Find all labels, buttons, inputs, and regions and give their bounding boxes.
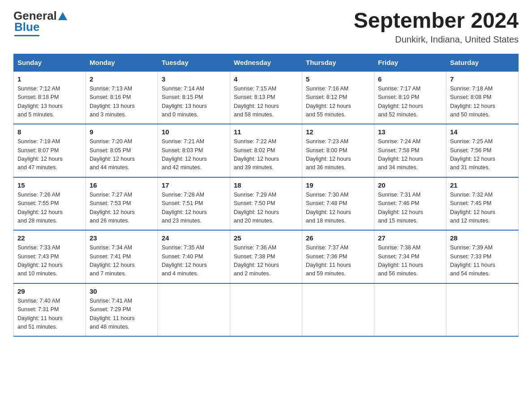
calendar-day-cell: 6Sunrise: 7:17 AM Sunset: 8:10 PM Daylig… [374, 71, 446, 124]
day-number: 5 [306, 75, 370, 83]
day-number: 30 [90, 287, 154, 295]
calendar-day-cell: 1Sunrise: 7:12 AM Sunset: 8:18 PM Daylig… [14, 71, 86, 124]
day-info: Sunrise: 7:25 AM Sunset: 7:56 PM Dayligh… [450, 137, 515, 172]
day-info: Sunrise: 7:19 AM Sunset: 8:07 PM Dayligh… [17, 137, 82, 172]
day-number: 1 [17, 75, 82, 83]
day-info: Sunrise: 7:29 AM Sunset: 7:50 PM Dayligh… [234, 191, 298, 226]
logo: General Blue [13, 9, 68, 36]
calendar-week-row: 1Sunrise: 7:12 AM Sunset: 8:18 PM Daylig… [14, 71, 519, 124]
day-number: 24 [162, 234, 226, 242]
calendar-day-cell: 13Sunrise: 7:24 AM Sunset: 7:58 PM Dayli… [374, 124, 446, 177]
day-number: 14 [450, 128, 515, 136]
day-number: 20 [378, 181, 442, 189]
calendar-day-cell: 23Sunrise: 7:34 AM Sunset: 7:41 PM Dayli… [86, 230, 158, 283]
day-number: 12 [306, 128, 370, 136]
calendar-day-cell: 10Sunrise: 7:21 AM Sunset: 8:03 PM Dayli… [158, 124, 230, 177]
calendar-empty-cell [302, 283, 374, 337]
day-number: 2 [90, 75, 154, 83]
calendar-day-cell: 30Sunrise: 7:41 AM Sunset: 7:29 PM Dayli… [86, 283, 158, 337]
calendar-day-cell: 14Sunrise: 7:25 AM Sunset: 7:56 PM Dayli… [446, 124, 519, 177]
calendar-day-cell: 20Sunrise: 7:31 AM Sunset: 7:46 PM Dayli… [374, 177, 446, 231]
calendar-empty-cell [230, 283, 302, 337]
svg-marker-0 [58, 12, 67, 20]
header-friday: Friday [374, 54, 446, 71]
day-info: Sunrise: 7:18 AM Sunset: 8:08 PM Dayligh… [450, 85, 515, 120]
day-info: Sunrise: 7:26 AM Sunset: 7:55 PM Dayligh… [17, 191, 82, 226]
day-info: Sunrise: 7:21 AM Sunset: 8:03 PM Dayligh… [162, 137, 226, 172]
day-info: Sunrise: 7:40 AM Sunset: 7:31 PM Dayligh… [17, 297, 82, 332]
day-info: Sunrise: 7:38 AM Sunset: 7:34 PM Dayligh… [378, 244, 442, 278]
day-number: 7 [450, 75, 515, 83]
day-info: Sunrise: 7:33 AM Sunset: 7:43 PM Dayligh… [17, 244, 82, 278]
day-number: 13 [378, 128, 442, 136]
day-info: Sunrise: 7:35 AM Sunset: 7:40 PM Dayligh… [162, 244, 226, 278]
logo-triangle-icon [58, 11, 68, 21]
day-number: 4 [234, 75, 298, 83]
day-number: 18 [234, 181, 298, 189]
calendar-title: September 2024 [354, 9, 519, 33]
calendar-day-cell: 4Sunrise: 7:15 AM Sunset: 8:13 PM Daylig… [230, 71, 302, 124]
day-number: 8 [17, 128, 82, 136]
calendar-header-row: SundayMondayTuesdayWednesdayThursdayFrid… [14, 54, 519, 71]
calendar-day-cell: 2Sunrise: 7:13 AM Sunset: 8:16 PM Daylig… [86, 71, 158, 124]
calendar-day-cell: 3Sunrise: 7:14 AM Sunset: 8:15 PM Daylig… [158, 71, 230, 124]
day-info: Sunrise: 7:13 AM Sunset: 8:16 PM Dayligh… [90, 85, 154, 120]
day-number: 6 [378, 75, 442, 83]
calendar-day-cell: 9Sunrise: 7:20 AM Sunset: 8:05 PM Daylig… [86, 124, 158, 177]
day-number: 10 [162, 128, 226, 136]
calendar-day-cell: 28Sunrise: 7:39 AM Sunset: 7:33 PM Dayli… [446, 230, 519, 283]
day-info: Sunrise: 7:15 AM Sunset: 8:13 PM Dayligh… [234, 85, 298, 120]
calendar-day-cell: 18Sunrise: 7:29 AM Sunset: 7:50 PM Dayli… [230, 177, 302, 231]
day-info: Sunrise: 7:27 AM Sunset: 7:53 PM Dayligh… [90, 191, 154, 226]
calendar-day-cell: 29Sunrise: 7:40 AM Sunset: 7:31 PM Dayli… [14, 283, 86, 337]
header-monday: Monday [86, 54, 158, 71]
day-number: 15 [17, 181, 82, 189]
day-info: Sunrise: 7:41 AM Sunset: 7:29 PM Dayligh… [90, 297, 154, 332]
calendar-week-row: 8Sunrise: 7:19 AM Sunset: 8:07 PM Daylig… [14, 124, 519, 177]
day-number: 25 [234, 234, 298, 242]
calendar-subtitle: Dunkirk, Indiana, United States [354, 34, 519, 45]
calendar-day-cell: 24Sunrise: 7:35 AM Sunset: 7:40 PM Dayli… [158, 230, 230, 283]
calendar-week-row: 22Sunrise: 7:33 AM Sunset: 7:43 PM Dayli… [14, 230, 519, 283]
calendar-empty-cell [446, 283, 519, 337]
day-number: 22 [17, 234, 82, 242]
day-number: 11 [234, 128, 298, 136]
day-info: Sunrise: 7:17 AM Sunset: 8:10 PM Dayligh… [378, 85, 442, 120]
day-number: 21 [450, 181, 515, 189]
header-saturday: Saturday [446, 54, 519, 71]
day-info: Sunrise: 7:23 AM Sunset: 8:00 PM Dayligh… [306, 137, 370, 172]
day-info: Sunrise: 7:12 AM Sunset: 8:18 PM Dayligh… [17, 85, 82, 120]
calendar-day-cell: 15Sunrise: 7:26 AM Sunset: 7:55 PM Dayli… [14, 177, 86, 231]
day-number: 27 [378, 234, 442, 242]
day-info: Sunrise: 7:20 AM Sunset: 8:05 PM Dayligh… [90, 137, 154, 172]
calendar-title-area: September 2024 Dunkirk, Indiana, United … [354, 9, 519, 45]
header-thursday: Thursday [302, 54, 374, 71]
calendar-empty-cell [374, 283, 446, 337]
calendar-day-cell: 7Sunrise: 7:18 AM Sunset: 8:08 PM Daylig… [446, 71, 519, 124]
day-number: 23 [90, 234, 154, 242]
header-tuesday: Tuesday [158, 54, 230, 71]
calendar-day-cell: 27Sunrise: 7:38 AM Sunset: 7:34 PM Dayli… [374, 230, 446, 283]
calendar-day-cell: 16Sunrise: 7:27 AM Sunset: 7:53 PM Dayli… [86, 177, 158, 231]
calendar-day-cell: 19Sunrise: 7:30 AM Sunset: 7:48 PM Dayli… [302, 177, 374, 231]
calendar-day-cell: 25Sunrise: 7:36 AM Sunset: 7:38 PM Dayli… [230, 230, 302, 283]
day-info: Sunrise: 7:22 AM Sunset: 8:02 PM Dayligh… [234, 137, 298, 172]
day-info: Sunrise: 7:39 AM Sunset: 7:33 PM Dayligh… [450, 244, 515, 278]
day-info: Sunrise: 7:24 AM Sunset: 7:58 PM Dayligh… [378, 137, 442, 172]
day-info: Sunrise: 7:32 AM Sunset: 7:45 PM Dayligh… [450, 191, 515, 226]
day-info: Sunrise: 7:14 AM Sunset: 8:15 PM Dayligh… [162, 85, 226, 120]
day-number: 3 [162, 75, 226, 83]
day-info: Sunrise: 7:36 AM Sunset: 7:38 PM Dayligh… [234, 244, 298, 278]
day-info: Sunrise: 7:28 AM Sunset: 7:51 PM Dayligh… [162, 191, 226, 226]
calendar-empty-cell [158, 283, 230, 337]
day-info: Sunrise: 7:30 AM Sunset: 7:48 PM Dayligh… [306, 191, 370, 226]
calendar-day-cell: 17Sunrise: 7:28 AM Sunset: 7:51 PM Dayli… [158, 177, 230, 231]
calendar-day-cell: 22Sunrise: 7:33 AM Sunset: 7:43 PM Dayli… [14, 230, 86, 283]
day-info: Sunrise: 7:31 AM Sunset: 7:46 PM Dayligh… [378, 191, 442, 226]
calendar-day-cell: 5Sunrise: 7:16 AM Sunset: 8:12 PM Daylig… [302, 71, 374, 124]
calendar-day-cell: 11Sunrise: 7:22 AM Sunset: 8:02 PM Dayli… [230, 124, 302, 177]
day-number: 19 [306, 181, 370, 189]
day-info: Sunrise: 7:16 AM Sunset: 8:12 PM Dayligh… [306, 85, 370, 120]
day-number: 16 [90, 181, 154, 189]
page-header: General Blue September 2024 Dunkirk, Ind… [13, 9, 519, 45]
